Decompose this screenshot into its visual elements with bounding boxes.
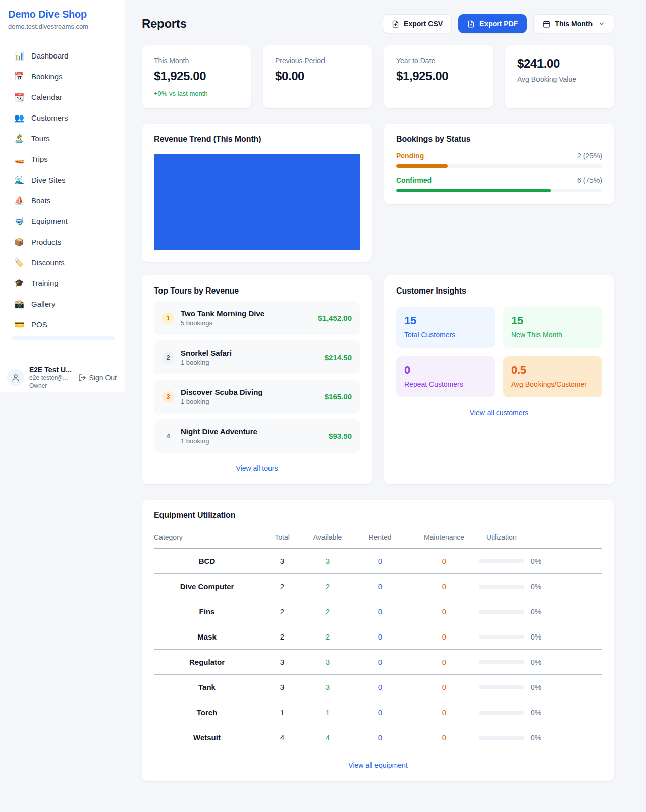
sidebar-item-label: Calendar bbox=[31, 93, 62, 101]
utilization-pct: 0% bbox=[531, 557, 541, 565]
cell-category: Dive Computer bbox=[154, 574, 260, 599]
status-row-pending: Pending 2 (25%) bbox=[396, 152, 602, 160]
tour-row[interactable]: 3 Discover Scuba Diving 1 booking $165.0… bbox=[154, 380, 360, 414]
file-download-icon bbox=[467, 20, 475, 28]
tour-name: Snorkel Safari bbox=[181, 349, 318, 357]
col-category: Category bbox=[154, 528, 260, 549]
grad-cap-icon: 🎓 bbox=[14, 279, 24, 287]
sidebar-item-calendar[interactable]: 📆 Calendar bbox=[4, 88, 121, 106]
sidebar-item-dashboard[interactable]: 📊 Dashboard bbox=[4, 46, 121, 65]
tour-row[interactable]: 4 Night Dive Adventure 1 booking $93.50 bbox=[154, 419, 360, 453]
stat-value: $241.00 bbox=[517, 56, 602, 71]
status-count-confirmed: 6 (75%) bbox=[577, 176, 602, 184]
cell-rented: 0 bbox=[351, 725, 409, 750]
status-bar-confirmed bbox=[396, 189, 551, 192]
cell-available: 2 bbox=[304, 574, 351, 599]
col-maintenance: Maintenance bbox=[409, 528, 479, 549]
calendar-icon: 📆 bbox=[14, 93, 24, 101]
sidebar-item-label: Trips bbox=[31, 155, 48, 163]
utilization-pct: 0% bbox=[531, 734, 541, 742]
sidebar-header: Demo Dive Shop demo.test.divestreams.com bbox=[0, 0, 125, 37]
insight-repeat-customers: 0 Repeat Customers bbox=[396, 356, 495, 397]
sidebar-item-boats[interactable]: ⛵ Boats bbox=[4, 191, 121, 210]
insight-new-this-month: 15 New This Month bbox=[503, 307, 602, 348]
utilization-bar bbox=[479, 736, 524, 740]
cell-rented: 0 bbox=[351, 624, 409, 650]
col-total: Total bbox=[260, 528, 304, 549]
utilization-pct: 0% bbox=[531, 608, 541, 616]
cell-total: 2 bbox=[260, 574, 304, 599]
stat-card-year-to-date: Year to Date $1,925.00 bbox=[384, 45, 493, 108]
stat-value: $0.00 bbox=[275, 69, 360, 83]
view-all-customers-link[interactable]: View all customers bbox=[396, 409, 602, 417]
sidebar-item-tours[interactable]: 🏝️ Tours bbox=[4, 129, 121, 148]
tour-name: Night Dive Adventure bbox=[181, 427, 322, 436]
table-header-row: Category Total Available Rented Maintena… bbox=[154, 528, 602, 549]
tour-amount: $165.00 bbox=[325, 392, 352, 401]
insight-value: 15 bbox=[511, 314, 594, 327]
file-download-icon bbox=[392, 20, 399, 28]
sidebar-item-bookings[interactable]: 📅 Bookings bbox=[4, 67, 121, 86]
cell-available: 2 bbox=[304, 599, 351, 624]
utilization-pct: 0% bbox=[531, 633, 541, 641]
sign-out-button[interactable]: Sign Out bbox=[78, 374, 118, 382]
sidebar-item-trips[interactable]: 🚤 Trips bbox=[4, 150, 121, 168]
insights-row: Top Tours by Revenue 1 Two Tank Morning … bbox=[142, 275, 614, 484]
sidebar-item-label: POS bbox=[31, 320, 47, 329]
equipment-table: Category Total Available Rented Maintena… bbox=[154, 528, 602, 750]
speedboat-icon: 🚤 bbox=[14, 155, 24, 163]
sidebar-item-dive-sites[interactable]: 🌊 Dive Sites bbox=[4, 170, 121, 189]
sidebar: Demo Dive Shop demo.test.divestreams.com… bbox=[0, 0, 125, 392]
sidebar-item-products[interactable]: 📦 Products bbox=[4, 233, 121, 251]
sidebar-item-pos[interactable]: 💳 POS bbox=[4, 315, 121, 334]
cell-maintenance: 0 bbox=[409, 700, 479, 725]
sidebar-item-gallery[interactable]: 📸 Gallery bbox=[4, 295, 121, 313]
utilization-bar bbox=[479, 660, 524, 664]
export-pdf-button[interactable]: Export PDF bbox=[458, 14, 527, 33]
page-title: Reports bbox=[142, 17, 187, 31]
sidebar-item-training[interactable]: 🎓 Training bbox=[4, 274, 121, 293]
insight-label: Repeat Customers bbox=[404, 380, 487, 388]
tour-row[interactable]: 1 Two Tank Morning Dive 5 bookings $1,45… bbox=[154, 301, 360, 335]
cell-total: 3 bbox=[260, 650, 304, 675]
revenue-trend-title: Revenue Trend (This Month) bbox=[154, 135, 360, 144]
sidebar-item-label: Boats bbox=[31, 196, 50, 205]
stat-label: Avg Booking Value bbox=[517, 75, 602, 83]
person-icon bbox=[11, 373, 20, 382]
stat-card-previous-period: Previous Period $0.00 bbox=[263, 45, 372, 108]
cell-rented: 0 bbox=[351, 650, 409, 675]
utilization-pct: 0% bbox=[531, 583, 541, 591]
export-csv-label: Export CSV bbox=[404, 20, 443, 28]
sidebar-item-customers[interactable]: 👥 Customers bbox=[4, 108, 121, 127]
cell-available: 3 bbox=[304, 675, 351, 700]
tour-row[interactable]: 2 Snorkel Safari 1 booking $214.50 bbox=[154, 340, 360, 374]
tour-bookings: 5 bookings bbox=[181, 319, 311, 327]
avatar bbox=[7, 369, 24, 386]
tag-icon: 🏷️ bbox=[14, 259, 24, 267]
period-dropdown[interactable]: This Month bbox=[533, 14, 614, 33]
status-label-confirmed: Confirmed bbox=[396, 176, 432, 184]
people-icon: 👥 bbox=[14, 114, 24, 122]
sidebar-item-discounts[interactable]: 🏷️ Discounts bbox=[4, 253, 121, 272]
utilization-bar bbox=[479, 585, 524, 589]
utilization-bar bbox=[479, 610, 524, 614]
view-all-tours-link[interactable]: View all tours bbox=[154, 464, 360, 472]
insight-value: 0 bbox=[404, 364, 487, 377]
equipment-utilization-card: Equipment Utilization Category Total Ava… bbox=[142, 500, 614, 781]
sidebar-item-equipment[interactable]: 🤿 Equipment bbox=[4, 212, 121, 230]
camera-icon: 📸 bbox=[14, 300, 24, 308]
revenue-trend-card: Revenue Trend (This Month) bbox=[142, 124, 372, 262]
cell-rented: 0 bbox=[351, 574, 409, 599]
insight-label: Avg Bookings/Customer bbox=[511, 380, 594, 388]
top-tours-title: Top Tours by Revenue bbox=[154, 286, 360, 296]
cell-total: 4 bbox=[260, 725, 304, 750]
sidebar-item-reports-partial[interactable] bbox=[11, 336, 115, 340]
view-all-equipment-link[interactable]: View all equipment bbox=[154, 761, 602, 769]
utilization-bar bbox=[479, 711, 524, 715]
page-header: Reports Export CSV Export PDF This Month bbox=[142, 14, 614, 33]
stat-value: $1,925.00 bbox=[396, 69, 481, 83]
export-csv-button[interactable]: Export CSV bbox=[383, 14, 452, 33]
stats-row: This Month $1,925.00 +0% vs last month P… bbox=[142, 45, 614, 108]
charts-row: Revenue Trend (This Month) Bookings by S… bbox=[142, 124, 614, 262]
insight-total-customers: 15 Total Customers bbox=[396, 307, 495, 348]
